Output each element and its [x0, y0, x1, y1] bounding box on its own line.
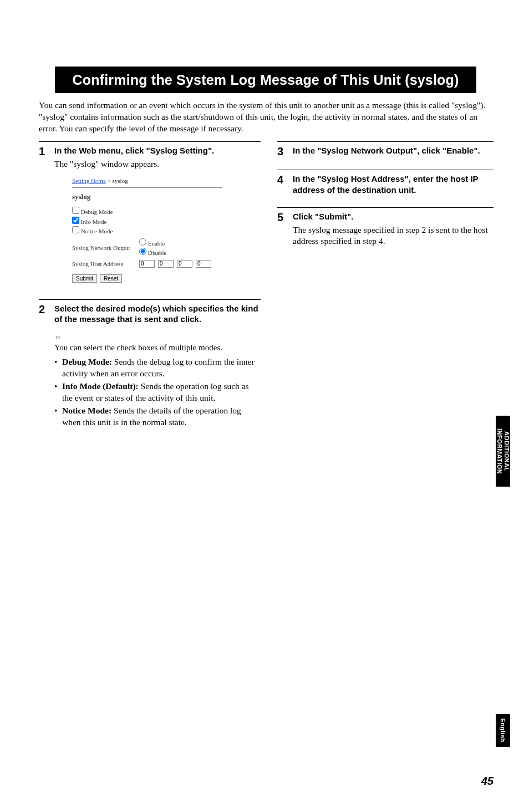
mode-bullets: Debug Mode: Sends the debug log to confi… — [54, 356, 261, 428]
breadcrumb-current: syslog — [113, 177, 128, 184]
syslog-addr-label: Syslog Host Address — [72, 261, 136, 267]
step-desc: The syslog message specified in step 2 i… — [293, 224, 494, 248]
step-title: In the "Syslog Network Output", click "E… — [293, 145, 494, 156]
step-desc: The "syslog" window appears. — [54, 159, 261, 170]
step-number: 1 — [39, 145, 54, 157]
step-title: Select the desired mode(s) which specifi… — [54, 303, 261, 325]
side-tab-language: English — [496, 714, 510, 747]
step-3: 3 In the "Syslog Network Output", click … — [277, 141, 494, 157]
reset-button[interactable]: Reset — [100, 274, 122, 283]
section-title-bar: Confirming the System Log Message of Thi… — [55, 67, 476, 93]
addr-field-3[interactable] — [177, 260, 192, 268]
section-title: Confirming the System Log Message of Thi… — [72, 72, 459, 88]
bullet-notice: Notice Mode: Sends the details of the op… — [54, 405, 261, 428]
disable-radio[interactable] — [139, 248, 146, 255]
step-number: 2 — [39, 303, 54, 315]
addr-field-1[interactable] — [139, 260, 155, 268]
debug-checkbox[interactable] — [72, 207, 79, 214]
step-1: 1 In the Web menu, click "Syslog Setting… — [39, 141, 261, 283]
step-2: 2 Select the desired mode(s) which speci… — [39, 299, 261, 428]
side-tab-section: ADDITIONAL INFORMATION — [496, 416, 510, 487]
info-checkbox[interactable] — [72, 217, 79, 224]
step-number: 5 — [277, 211, 293, 223]
tip-icon: ☼ — [54, 333, 261, 341]
breadcrumb-link[interactable]: Setting Home — [72, 177, 106, 184]
breadcrumb-sep: > — [106, 177, 113, 184]
divider — [72, 187, 222, 188]
notice-checkbox[interactable] — [72, 226, 79, 233]
step-number: 4 — [277, 173, 293, 186]
right-column: 3 In the "Syslog Network Output", click … — [277, 141, 494, 259]
bullet-info: Info Mode (Default): Sends the operation… — [54, 381, 261, 404]
radio-disable[interactable]: Disable — [139, 248, 166, 258]
checkbox-debug[interactable]: Debug Mode — [72, 207, 222, 217]
enable-radio[interactable] — [139, 238, 146, 246]
syslog-heading: syslog — [72, 192, 222, 201]
checkbox-notice[interactable]: Notice Mode — [72, 226, 222, 236]
tip-text: You can select the check boxes of multip… — [54, 343, 261, 354]
checkbox-info[interactable]: Info Mode — [72, 217, 222, 227]
addr-field-2[interactable] — [158, 260, 174, 268]
step-title: In the "Syslog Host Address", enter the … — [293, 173, 494, 195]
syslog-screenshot: Setting Home > syslog syslog Debug Mode … — [72, 177, 222, 283]
bullet-debug: Debug Mode: Sends the debug log to confi… — [54, 356, 261, 380]
addr-field-4[interactable] — [196, 260, 211, 268]
step-title: Click "Submit". — [293, 211, 494, 222]
step-5: 5 Click "Submit". The syslog message spe… — [277, 207, 494, 247]
left-column: 1 In the Web menu, click "Syslog Setting… — [39, 141, 261, 441]
intro-paragraph: You can send information or an event whi… — [39, 100, 494, 135]
step-4: 4 In the "Syslog Host Address", enter th… — [277, 170, 494, 195]
page-number: 45 — [481, 775, 494, 788]
step-title: In the Web menu, click "Syslog Setting". — [54, 145, 261, 156]
radio-enable[interactable]: Enable — [139, 238, 166, 248]
syslog-output-label: Syslog Network Output — [72, 244, 136, 251]
step-number: 3 — [277, 145, 293, 157]
submit-button[interactable]: Submit — [72, 274, 97, 283]
